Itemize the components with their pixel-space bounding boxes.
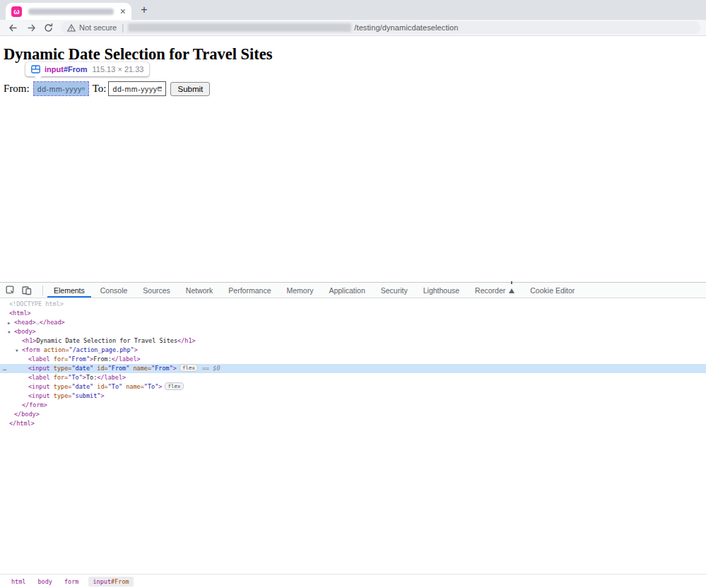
new-tab-button[interactable]: +: [136, 3, 152, 17]
devtools-tab-label: Application: [329, 286, 365, 295]
url-path: /testing/dynamicdateselection: [354, 23, 458, 32]
code-segment: "To": [68, 374, 82, 381]
tree-node-selected[interactable]: …<input type="date" id="From" name="From…: [0, 364, 706, 373]
tree-node[interactable]: </form>: [0, 401, 706, 410]
code-segment: "To": [108, 383, 122, 390]
flex-badge[interactable]: flex: [180, 364, 198, 372]
breadcrumb-text: html: [11, 578, 25, 585]
devtools-tab-performance[interactable]: Performance: [220, 283, 278, 298]
devtools-tab-lighthouse[interactable]: Lighthouse: [416, 283, 467, 298]
code-segment: To:: [86, 374, 97, 381]
page-viewport: Dynamic Date Selection for Travel Sites …: [0, 37, 706, 282]
code-segment: type=: [50, 383, 72, 390]
tree-node[interactable]: <input type="date" id="To" name="To">fle…: [0, 382, 706, 392]
toolbar-divider: [42, 286, 43, 295]
code-segment: </label>: [97, 374, 126, 381]
tree-node[interactable]: ▼<form action="/action_page.php">: [0, 346, 706, 355]
tooltip-dimensions: 115.13 × 21.33: [93, 65, 144, 74]
tree-node[interactable]: </html>: [0, 419, 706, 428]
code-segment: name=: [122, 383, 144, 390]
devtools-tab-network[interactable]: Network: [178, 283, 221, 298]
devtools-tab-application[interactable]: Application: [321, 283, 372, 298]
devtools-tab-security[interactable]: Security: [373, 283, 416, 298]
devtools-tab-label: Console: [100, 286, 128, 295]
code-segment: <h1>: [22, 337, 36, 344]
code-segment: Dynamic Date Selection for Travel Sites: [36, 337, 177, 344]
breadcrumb-text: #From: [111, 578, 129, 585]
url-domain-redacted: [128, 23, 351, 32]
tree-node[interactable]: ▶<head>…</head>: [0, 318, 706, 327]
flask-icon: [509, 288, 514, 293]
breadcrumb-item[interactable]: input#From: [88, 577, 133, 587]
code-segment: >: [158, 383, 162, 390]
from-date-input[interactable]: dd-mm-yyyy: [33, 81, 89, 96]
devtools-tabbar: ElementsConsoleSourcesNetworkPerformance…: [0, 283, 706, 298]
code-segment: for=: [50, 355, 69, 363]
code-segment: id=: [93, 365, 107, 372]
browser-tab[interactable]: ω ×: [6, 3, 131, 20]
device-toolbar-icon[interactable]: [22, 286, 32, 295]
devtools-tab-memory[interactable]: Memory: [278, 283, 321, 298]
calendar-icon[interactable]: [82, 85, 85, 93]
code-segment: <body>: [14, 328, 36, 335]
breadcrumb-item[interactable]: body: [35, 577, 54, 587]
reload-icon[interactable]: [43, 23, 54, 33]
tree-node[interactable]: ▼<body>: [0, 327, 706, 336]
page-title: Dynamic Date Selection for Travel Sites: [4, 45, 273, 64]
devtools-tab-label: Security: [381, 286, 408, 295]
devtools-tab-label: Network: [186, 286, 213, 295]
back-icon[interactable]: [8, 23, 18, 33]
tree-node[interactable]: <label for="From">From:</label>: [0, 355, 706, 364]
devtools-tab-cookie-editor[interactable]: Cookie Editor: [522, 283, 582, 298]
devtools-tab-elements[interactable]: Elements: [46, 283, 93, 298]
devtools-tab-label: Elements: [54, 286, 85, 295]
collapse-arrow-icon[interactable]: ▼: [16, 346, 18, 355]
code-segment: id=: [93, 383, 107, 390]
code-segment: <input: [28, 392, 50, 399]
breadcrumb-item[interactable]: html: [9, 577, 28, 587]
not-secure-warning-icon: [67, 24, 76, 32]
submit-button[interactable]: Submit: [170, 82, 210, 96]
breadcrumb-item[interactable]: form: [62, 577, 81, 587]
inspect-tooltip: input#From 115.13 × 21.33: [25, 62, 149, 76]
code-segment: <html>: [9, 310, 31, 317]
code-segment: "From": [108, 365, 130, 372]
address-bar[interactable]: Not secure | /testing/dynamicdateselecti…: [61, 21, 700, 34]
forward-icon[interactable]: [26, 23, 37, 33]
expand-arrow-icon[interactable]: ▶: [8, 318, 11, 327]
devtools-tab-recorder[interactable]: Recorder: [467, 283, 522, 298]
code-segment: </head>: [40, 319, 65, 326]
code-segment: action=: [40, 346, 69, 353]
elements-tree: <!DOCTYPE html><html>▶<head>…</head>▼<bo…: [0, 299, 706, 573]
to-label: To:: [93, 83, 107, 95]
devtools-tab-sources[interactable]: Sources: [135, 283, 178, 298]
site-favicon-icon: ω: [11, 6, 22, 17]
code-segment: <form: [22, 346, 40, 353]
tree-node[interactable]: <!DOCTYPE html>: [0, 300, 706, 309]
code-segment: for=: [50, 374, 69, 381]
flex-badge[interactable]: flex: [165, 382, 183, 390]
code-segment: </label>: [112, 355, 141, 363]
devtools-tab-label: Sources: [143, 286, 170, 295]
code-segment: <input: [28, 365, 50, 372]
tree-node[interactable]: <html>: [0, 309, 706, 318]
inspect-element-icon[interactable]: [6, 286, 16, 295]
tooltip-element-id: #From: [64, 65, 88, 74]
code-segment: "From": [68, 355, 90, 363]
calendar-icon[interactable]: [158, 85, 163, 93]
from-date-value: dd-mm-yyyy: [37, 85, 82, 93]
collapse-arrow-icon[interactable]: ▼: [8, 327, 11, 336]
devtools-tab-console[interactable]: Console: [93, 283, 136, 298]
code-segment: == $0: [202, 365, 220, 372]
tree-node[interactable]: <h1>Dynamic Date Selection for Travel Si…: [0, 336, 706, 346]
tab-close-icon[interactable]: ×: [120, 6, 126, 16]
code-segment: From:: [93, 355, 112, 363]
node-menu-icon[interactable]: …: [3, 364, 7, 373]
code-segment: </h1>: [177, 337, 196, 344]
tree-node[interactable]: <input type="submit">: [0, 392, 706, 401]
tree-node[interactable]: <label for="To">To:</label>: [0, 373, 706, 382]
devtools-tab-label: Cookie Editor: [530, 286, 575, 295]
tree-node[interactable]: </body>: [0, 410, 706, 419]
from-label: From:: [4, 83, 30, 95]
to-date-input[interactable]: dd-mm-yyyy: [108, 81, 166, 96]
